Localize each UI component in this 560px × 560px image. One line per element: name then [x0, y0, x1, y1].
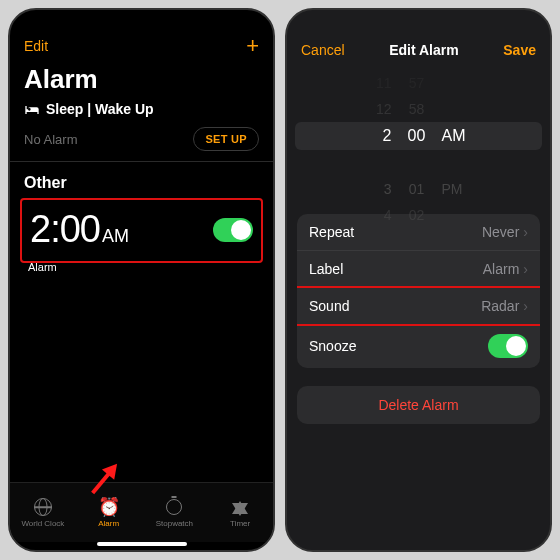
picker-hour[interactable]: 3 [370, 181, 392, 197]
edit-alarm-screen: Cancel Edit Alarm Save 1157 1258 159 2 0… [285, 8, 552, 552]
tab-stopwatch[interactable]: Stopwatch [142, 483, 208, 542]
tab-bar: World Clock ⏰ Alarm Stopwatch Timer [10, 482, 273, 542]
picker-minute[interactable]: 58 [406, 101, 428, 117]
tab-label: Timer [230, 519, 250, 528]
alarm-row[interactable]: 2:00 AM [20, 198, 263, 263]
alarm-list-screen: Edit + Alarm Sleep | Wake Up No Alarm SE… [8, 8, 275, 552]
picker-minute[interactable]: 01 [406, 181, 428, 197]
status-bar [287, 10, 550, 32]
other-section-header: Other [10, 162, 273, 198]
edit-button[interactable]: Edit [24, 38, 48, 54]
page-title: Alarm [10, 60, 273, 97]
tab-label: World Clock [21, 519, 64, 528]
status-bar [10, 10, 273, 32]
picker-minute-selected[interactable]: 00 [406, 127, 428, 145]
picker-hour[interactable]: 12 [370, 101, 392, 117]
time-picker[interactable]: 1157 1258 159 2 00 AM 301PM 402 [287, 70, 550, 200]
alarm-clock-icon: ⏰ [99, 497, 119, 517]
row-label: Snooze [309, 338, 356, 354]
row-label: Label [309, 261, 343, 277]
page-title: Edit Alarm [389, 42, 459, 58]
no-alarm-label: No Alarm [24, 132, 77, 147]
picker-hour-selected[interactable]: 2 [370, 127, 392, 145]
alarm-time-value: 2:00 [30, 208, 100, 251]
picker-hour[interactable]: 11 [370, 75, 392, 91]
sleep-label: Sleep | Wake Up [46, 101, 154, 117]
alarm-time: 2:00 AM [30, 208, 129, 251]
bed-icon [24, 103, 40, 115]
tab-alarm[interactable]: ⏰ Alarm [76, 483, 142, 542]
delete-alarm-button[interactable]: Delete Alarm [297, 386, 540, 424]
row-label: Sound [309, 298, 349, 314]
nav-bar: Cancel Edit Alarm Save [287, 32, 550, 68]
save-button[interactable]: Save [503, 42, 536, 58]
tab-timer[interactable]: Timer [207, 483, 273, 542]
picker-selection-bar: 2 00 AM [295, 122, 542, 150]
settings-list: Repeat Never› Label Alarm› Sound Radar› … [297, 214, 540, 368]
tab-label: Stopwatch [156, 519, 193, 528]
stopwatch-icon [164, 497, 184, 517]
alarm-sublabel: Alarm [10, 261, 273, 273]
globe-icon [33, 497, 53, 517]
tab-label: Alarm [98, 519, 119, 528]
snooze-row: Snooze [297, 324, 540, 368]
nav-bar: Edit + [10, 32, 273, 60]
picker-ampm[interactable]: PM [442, 181, 468, 197]
home-indicator[interactable] [97, 542, 187, 546]
sound-row[interactable]: Sound Radar› [297, 286, 540, 326]
picker-minute[interactable]: 57 [406, 75, 428, 91]
setup-button[interactable]: SET UP [193, 127, 259, 151]
timer-icon [230, 497, 250, 517]
alarm-time-ampm: AM [102, 226, 129, 247]
tab-world-clock[interactable]: World Clock [10, 483, 76, 542]
label-row[interactable]: Label Alarm› [297, 251, 540, 288]
snooze-toggle[interactable] [488, 334, 528, 358]
row-value: Radar [481, 298, 519, 314]
chevron-right-icon: › [523, 261, 528, 277]
row-value: Alarm [483, 261, 520, 277]
picker-minute[interactable]: 02 [406, 207, 428, 223]
sleep-alarm-row: No Alarm SET UP [10, 121, 273, 162]
sleep-section-header: Sleep | Wake Up [10, 97, 273, 121]
cancel-button[interactable]: Cancel [301, 42, 345, 58]
alarm-toggle[interactable] [213, 218, 253, 242]
add-alarm-button[interactable]: + [246, 33, 259, 59]
picker-hour[interactable]: 4 [370, 207, 392, 223]
chevron-right-icon: › [523, 298, 528, 314]
picker-ampm-selected[interactable]: AM [442, 127, 468, 145]
